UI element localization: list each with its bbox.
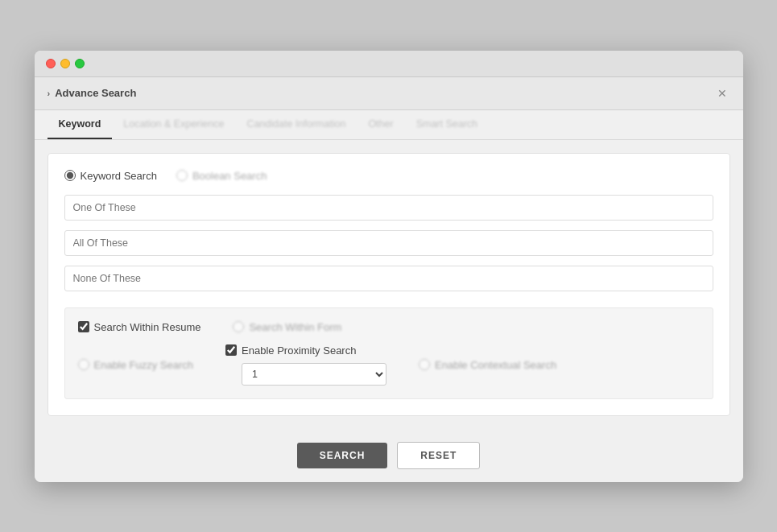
enable-fuzzy-radio[interactable]: [78, 359, 89, 370]
tabs-bar: Keyword Location & Experience Candidate …: [35, 110, 743, 140]
search-within-form-label: Search Within Form: [249, 321, 341, 333]
keyword-search-option[interactable]: Keyword Search: [64, 170, 157, 182]
search-button[interactable]: SEARCH: [297, 443, 388, 468]
boolean-search-option[interactable]: Boolean Search: [176, 170, 267, 182]
traffic-light-red[interactable]: [46, 59, 56, 68]
keyword-search-label: Keyword Search: [81, 170, 157, 182]
none-of-these-input[interactable]: [64, 266, 713, 291]
chevron-right-icon: ›: [48, 89, 51, 98]
tab-location[interactable]: Location & Experience: [112, 110, 235, 139]
content-area: Keyword Search Boolean Search Search Wit…: [35, 140, 743, 429]
close-button[interactable]: ✕: [714, 85, 730, 101]
enable-contextual-option[interactable]: Enable Contextual Search: [419, 359, 556, 371]
search-within-resume-option[interactable]: Search Within Resume: [78, 321, 201, 333]
tab-keyword[interactable]: Keyword: [48, 110, 113, 139]
window-title-area: › Advance Search: [48, 87, 137, 99]
traffic-light-yellow[interactable]: [60, 59, 70, 68]
titlebar: [35, 51, 743, 77]
proximity-value-select[interactable]: 1 2 3 4 5: [242, 363, 386, 386]
search-type-row: Keyword Search Boolean Search: [64, 170, 713, 182]
window-header: › Advance Search ✕: [35, 77, 743, 110]
advance-search-window: › Advance Search ✕ Keyword Location & Ex…: [35, 51, 743, 482]
search-within-row: Search Within Resume Search Within Form: [78, 321, 700, 333]
search-within-resume-label: Search Within Resume: [94, 321, 201, 333]
enable-contextual-radio[interactable]: [419, 359, 430, 370]
boolean-search-label: Boolean Search: [192, 170, 267, 182]
enable-proximity-checkbox[interactable]: [225, 344, 237, 356]
options-section: Search Within Resume Search Within Form …: [64, 307, 713, 399]
one-of-these-input[interactable]: [64, 195, 713, 221]
proximity-group: Enable Proximity Search 1 2 3 4 5: [225, 344, 386, 386]
search-within-form-radio[interactable]: [233, 321, 244, 332]
all-of-these-input[interactable]: [64, 230, 713, 256]
reset-button[interactable]: RESET: [397, 442, 480, 469]
enable-fuzzy-label: Enable Fuzzy Search: [94, 359, 194, 371]
boolean-search-radio[interactable]: [176, 170, 188, 181]
search-within-resume-checkbox[interactable]: [78, 321, 89, 332]
tab-other[interactable]: Other: [357, 110, 404, 139]
enable-fuzzy-option[interactable]: Enable Fuzzy Search: [78, 359, 194, 371]
window-title: Advance Search: [55, 87, 136, 99]
footer: SEARCH RESET: [35, 429, 743, 482]
keyword-search-radio[interactable]: [64, 170, 76, 181]
tab-smart[interactable]: Smart Search: [405, 110, 489, 139]
traffic-light-green[interactable]: [75, 59, 85, 68]
search-options-row: Enable Fuzzy Search Enable Proximity Sea…: [78, 344, 700, 386]
tab-candidate[interactable]: Candidate Information: [235, 110, 357, 139]
enable-proximity-label: Enable Proximity Search: [242, 344, 356, 357]
enable-proximity-option[interactable]: Enable Proximity Search: [225, 344, 386, 357]
search-panel: Keyword Search Boolean Search Search Wit…: [48, 153, 730, 416]
proximity-select-row: 1 2 3 4 5: [225, 363, 386, 386]
enable-contextual-label: Enable Contextual Search: [435, 359, 556, 371]
search-within-form-option[interactable]: Search Within Form: [233, 321, 341, 333]
